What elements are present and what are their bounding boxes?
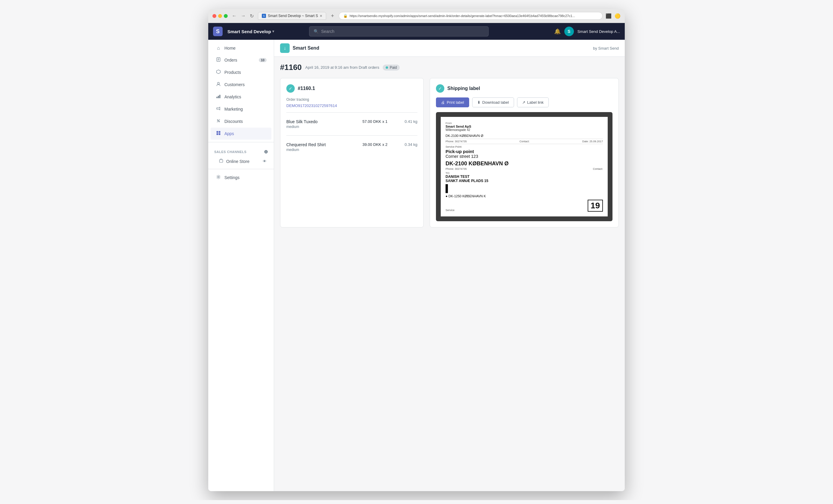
contact-label: Contact: [519,140,530,143]
date-value: 25.09.2017 [590,140,603,143]
sidebar-item-settings[interactable]: Settings [211,172,271,183]
sidebar-item-products[interactable]: Products [211,66,271,78]
print-label-text: Print label [447,100,464,105]
service-point-label: Service Point: [446,145,603,148]
discounts-icon [215,118,221,124]
sidebar-item-label: Analytics [224,95,241,99]
external-link-icon: ↗ [522,100,525,105]
status-dot-icon [386,66,388,69]
browser-tab[interactable]: S Smart Send Develop ~ Smart S × [258,12,326,20]
label-from-section: From Smart Send ApS Willemoesgade 42 [446,122,603,131]
tab-favicon: S [262,14,266,18]
new-tab-button[interactable]: + [329,13,336,19]
search-bar[interactable]: 🔍 Search [309,26,489,36]
contact-meta: Contact: [519,140,530,143]
sidebar-item-analytics[interactable]: Analytics [211,91,271,103]
svg-point-10 [219,121,220,122]
shop-name-button[interactable]: Smart Send Develop ▾ [228,29,274,34]
order-number: #1160 [280,63,302,72]
dest-city: DK-2100 KØBENHAVN Ø [446,160,603,167]
item-name-area-2: Chequered Red Shirt medium [286,142,362,152]
label-from-street: Willemoesgade 42 [446,128,603,131]
sales-channels-label: SALES CHANNELS [214,150,246,154]
cards-row: ✓ #1160.1 Order tracking DEMO91720231027… [280,78,619,227]
sidebar-item-discounts[interactable]: Discounts [211,116,271,127]
sales-channels-header: SALES CHANNELS ⊕ [208,145,274,156]
user-avatar: S [564,27,574,36]
browser-dot-minimize[interactable] [218,14,222,18]
item-weight: 0.41 kg [400,119,418,124]
download-label-text: Download label [482,100,509,105]
order-check-icon: ✓ [286,84,295,93]
date-meta: Date: 25.09.2017 [582,140,603,143]
notifications-button[interactable]: 🔔 [554,28,561,35]
search-placeholder: Search [321,29,334,34]
item-variant-2: medium [286,148,362,152]
item-price-2: 39.00 DKK x 2 [362,142,387,147]
sidebar-item-orders[interactable]: Orders 10 [211,54,271,66]
label-link-button[interactable]: ↗ Label link [517,97,549,107]
url-text: https://smartsendio.myshopify.com/admin/… [350,14,575,18]
shipping-check-icon: ✓ [436,84,444,93]
browser-dot-close[interactable] [212,14,216,18]
profile-button[interactable]: 🟡 [615,13,621,19]
customers-icon [215,82,221,87]
dest-phone-value: 30274735 [455,168,467,170]
svg-rect-15 [219,133,220,135]
url-bar[interactable]: 🔒 https://smartsendio.myshopify.com/admi… [339,12,603,20]
sidebar: ⌂ Home Orders 10 Products [208,40,274,491]
online-store-icon [219,159,223,164]
download-icon: ⬇ [477,100,480,105]
back-button[interactable]: ← [231,12,238,19]
item-price: 57.00 DKK x 1 [362,119,387,124]
user-name-text: Smart Send Develop A... [577,29,620,34]
sidebar-item-apps[interactable]: Apps [211,128,271,140]
download-label-button[interactable]: ⬇ Download label [472,97,514,107]
sidebar-item-home[interactable]: ⌂ Home [211,43,271,54]
online-store-eye-icon: 👁 [263,159,267,163]
sidebar-item-label: Apps [224,131,234,136]
to-addr: SANKT ANNÆ PLADS 15 [446,179,603,183]
sidebar-item-online-store[interactable]: Online Store 👁 [211,156,271,167]
label-buttons: 🖨 Print label ⬇ Download label ↗ Label l… [436,97,613,107]
to-label: TO: [446,172,603,175]
shipping-label-card: ✓ Shipping label 🖨 Print label ⬇ [430,78,619,227]
item-name-2: Chequered Red Shirt [286,142,362,147]
svg-rect-13 [219,131,220,133]
svg-rect-6 [217,97,217,98]
svg-point-9 [217,120,218,121]
extensions-button[interactable]: ⬛ [605,13,612,19]
sidebar-item-label: Orders [224,58,237,62]
orders-icon [215,57,221,63]
pickup-name: Pick-up point [446,149,603,154]
forward-button[interactable]: → [240,12,247,19]
shipping-card-header: ✓ Shipping label [436,84,613,93]
phone-meta: Phone: 30274735 [446,140,467,143]
products-icon [215,69,221,75]
phone-value: 30274735 [455,140,467,143]
shop-logo: S [213,27,222,36]
sidebar-divider [208,142,274,142]
label-meta-row: Phone: 30274735 Contact: Date: [446,139,603,144]
tab-close-button[interactable]: × [320,14,322,18]
settings-label: Settings [224,175,240,180]
label-inner: From Smart Send ApS Willemoesgade 42 DK-… [441,117,608,217]
add-sales-channel-button[interactable]: ⊕ [264,149,268,155]
label-preview: From Smart Send ApS Willemoesgade 42 DK-… [436,112,613,221]
service-label: Service [446,209,454,212]
refresh-button[interactable]: ↻ [248,12,255,20]
dest-meta: Phone: 30274735 Contact: [446,168,603,170]
sidebar-item-marketing[interactable]: Marketing [211,103,271,115]
search-icon: 🔍 [314,29,319,34]
apps-icon [215,131,221,136]
item-name-area: Blue Silk Tuxedo medium [286,119,362,129]
print-label-button[interactable]: 🖨 Print label [436,97,469,107]
to-name: DANISH TEST [446,175,603,179]
svg-rect-12 [217,131,218,133]
items-divider-2 [286,135,418,136]
browser-toolbar: ← → ↻ S Smart Send Develop ~ Smart S × +… [208,9,625,23]
app-icon: ↓ [280,43,290,53]
tracking-link[interactable]: DEMO917202310272597614 [286,103,337,108]
browser-dot-maximize[interactable] [224,14,228,18]
sidebar-item-customers[interactable]: Customers [211,79,271,91]
